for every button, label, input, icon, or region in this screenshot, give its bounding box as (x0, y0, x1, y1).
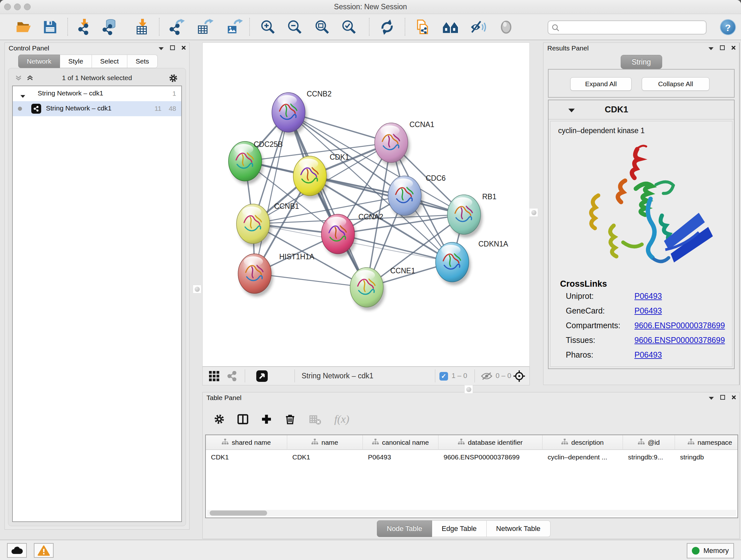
export-image-button[interactable] (225, 18, 244, 37)
network-collection-row[interactable]: String Network – cdk1 1 (13, 86, 181, 101)
grid-mode-icon[interactable] (206, 368, 222, 384)
table-cell[interactable]: stringdb (675, 450, 738, 464)
tab-edge-table[interactable]: Edge Table (432, 520, 487, 537)
share-view-icon[interactable] (224, 368, 240, 384)
tree-expand-icon[interactable] (20, 92, 25, 100)
clone-network-button[interactable] (413, 18, 431, 37)
table-cell[interactable]: CDK1 (206, 450, 287, 464)
table-cell[interactable]: P06493 (363, 450, 439, 464)
column-header-shared-name[interactable]: shared name (206, 435, 287, 450)
import-table-from-file-button[interactable] (133, 18, 151, 37)
network-row-selected[interactable]: String Network – cdk1 11 48 (13, 101, 181, 116)
tab-node-table[interactable]: Node Table (377, 520, 432, 537)
delete-column-trash-icon[interactable] (282, 411, 298, 428)
table-cell[interactable]: 9606.ENSP00000378699 (439, 450, 542, 464)
panel-float-icon[interactable] (720, 395, 725, 401)
entry-header[interactable]: CDK1 (549, 100, 734, 119)
bottom-splitter-handle[interactable] (464, 385, 473, 394)
zoom-selected-button[interactable] (340, 18, 358, 37)
crosslinks-title: CrossLinks (560, 279, 732, 289)
fit-selected-crosshair-icon[interactable] (511, 368, 528, 384)
column-header-namespace[interactable]: namespace (675, 435, 738, 450)
network-graph[interactable]: CCNB2CCNA1CDC25BCDK1CDC6RB1CCNB1CCNA2CDK… (203, 43, 530, 367)
column-header-name[interactable]: name (287, 435, 363, 450)
zoom-in-button[interactable] (259, 18, 277, 37)
table-cell[interactable]: stringdb:9... (623, 450, 675, 464)
column-header-canonical-name[interactable]: canonical name (363, 435, 439, 450)
panel-float-icon[interactable] (170, 45, 175, 51)
network-node-CDC6[interactable] (388, 176, 423, 219)
first-neighbors-button[interactable] (441, 18, 460, 37)
warnings-button[interactable] (34, 543, 54, 558)
left-splitter-handle[interactable] (193, 285, 201, 294)
column-header-description[interactable]: description (542, 435, 623, 450)
crosslink-link[interactable]: P06493 (634, 306, 662, 315)
collapse-all-button[interactable]: Collapse All (642, 77, 710, 91)
network-node-CCNB2[interactable] (272, 92, 307, 135)
export-table-button[interactable] (196, 18, 214, 37)
memory-label: Memory (703, 547, 729, 555)
selected-checkbox-icon[interactable]: ✓ (440, 372, 448, 381)
right-splitter-handle[interactable] (529, 208, 538, 217)
tab-select[interactable]: Select (92, 55, 127, 68)
memory-button[interactable]: Memory (687, 543, 734, 558)
table-cell[interactable]: CDK1 (287, 450, 363, 464)
cloud-status-button[interactable] (7, 543, 27, 558)
panel-collapse-icon[interactable] (158, 46, 164, 51)
crosslink-link[interactable]: 9606.ENSP00000378699 (634, 335, 725, 345)
save-session-button[interactable] (41, 18, 59, 37)
column-header--id[interactable]: @id (623, 435, 675, 450)
panel-close-icon[interactable] (731, 45, 736, 51)
crosslink-link[interactable]: P06493 (634, 292, 662, 301)
network-node-CCNA1[interactable] (375, 123, 410, 166)
table-settings-gear-icon[interactable] (211, 411, 227, 428)
entry-collapse-icon[interactable] (568, 108, 575, 114)
birds-eye-toggle-icon[interactable] (254, 368, 270, 384)
open-session-button[interactable] (15, 18, 33, 37)
tab-network[interactable]: Network (18, 55, 60, 68)
panel-collapse-icon[interactable] (709, 46, 714, 51)
network-options-gear-icon[interactable] (169, 73, 178, 84)
crosslink-link[interactable]: P06493 (634, 350, 662, 360)
network-node-CCNE1[interactable] (350, 267, 385, 310)
tab-string[interactable]: String (620, 55, 662, 69)
panel-close-icon[interactable] (731, 395, 736, 401)
search-input[interactable] (562, 22, 704, 33)
column-header-database-identifier[interactable]: database identifier (439, 435, 542, 450)
help-button[interactable]: ? (720, 19, 736, 35)
apply-preferred-layout-button[interactable] (378, 18, 396, 37)
scrollbar-thumb[interactable] (210, 510, 267, 516)
panel-float-icon[interactable] (720, 45, 725, 51)
tab-style[interactable]: Style (60, 55, 92, 68)
panel-collapse-icon[interactable] (709, 395, 714, 401)
show-columns-icon[interactable] (234, 411, 251, 428)
export-network-button[interactable] (167, 18, 186, 37)
node-label-CDC6: CDC6 (426, 174, 446, 182)
import-network-from-file-button[interactable] (75, 18, 93, 37)
network-node-CCNA2[interactable] (321, 214, 356, 257)
network-edge[interactable] (255, 112, 288, 273)
import-network-from-database-button[interactable] (101, 18, 119, 37)
hide-selected-button[interactable] (469, 18, 488, 37)
table-horizontal-scrollbar[interactable] (207, 510, 736, 516)
zoom-fit-content-icon (313, 18, 331, 36)
network-edge[interactable] (288, 112, 367, 287)
network-node-HIST1H1A[interactable] (238, 254, 273, 297)
network-node-CDK1[interactable] (293, 156, 328, 199)
network-node-CDKN1A[interactable] (435, 242, 471, 285)
panel-close-icon[interactable] (181, 45, 186, 51)
network-canvas[interactable]: CCNB2CCNA1CDC25BCDK1CDC6RB1CCNB1CCNA2CDK… (202, 43, 530, 367)
search-box (548, 20, 706, 35)
network-node-CCNB1[interactable] (237, 204, 272, 247)
show-all-button[interactable] (497, 18, 515, 37)
tab-network-table[interactable]: Network Table (487, 520, 550, 537)
table-cell[interactable]: cyclin–dependent ... (542, 450, 623, 464)
column-type-icon (638, 439, 645, 446)
crosslink-link[interactable]: 9606.ENSP00000378699 (634, 321, 725, 330)
tab-sets[interactable]: Sets (127, 55, 158, 68)
zoom-fit-content-button[interactable] (313, 18, 331, 37)
create-column-plus-icon[interactable] (258, 411, 275, 428)
network-node-RB1[interactable] (448, 195, 482, 238)
zoom-out-button[interactable] (285, 18, 304, 37)
expand-all-button[interactable]: Expand All (570, 77, 631, 91)
